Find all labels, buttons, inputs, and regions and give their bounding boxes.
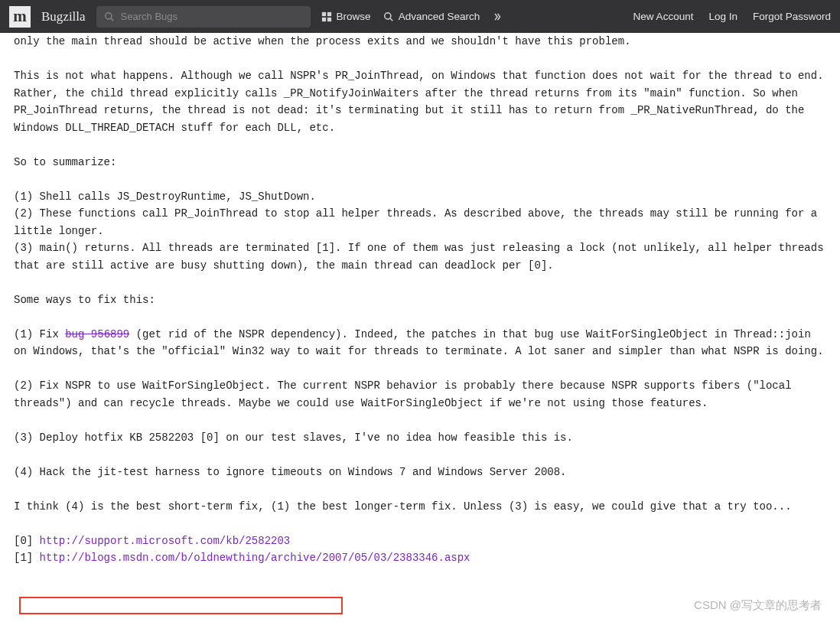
svg-rect-4 (321, 17, 325, 21)
comment-text: This is not what happens. Although we ca… (14, 70, 830, 134)
search-plus-icon (383, 11, 394, 22)
mozilla-logo[interactable]: m (9, 6, 31, 28)
bug-link-956899[interactable]: bug 956899 (65, 328, 129, 340)
comment-text: Some ways to fix this: (14, 294, 155, 306)
svg-rect-2 (321, 11, 325, 15)
comment-text: (4) Hack the jit-test harness to ignore … (14, 466, 567, 478)
comment-text: So to summarize: (14, 156, 116, 168)
app-header: m Bugzilla Browse Advanced Search New Ac… (0, 0, 840, 33)
forgot-password-link[interactable]: Forgot Password (753, 11, 831, 22)
comment-text: (3) main() returns. All threads are term… (14, 242, 830, 272)
watermark: CSDN @写文章的思考者 (694, 598, 822, 613)
comment-text: only the main thread should be active wh… (14, 35, 631, 47)
comment-body: only the main thread should be active wh… (0, 33, 840, 567)
nav-items: Browse Advanced Search (321, 11, 503, 22)
reference-link-0[interactable]: http://support.microsoft.com/kb/2582203 (40, 535, 291, 547)
comment-text: (1) Fix (14, 328, 65, 340)
nav-advanced-label: Advanced Search (399, 11, 480, 22)
annotation-highlight-box (19, 597, 343, 614)
nav-advanced-search[interactable]: Advanced Search (383, 11, 480, 22)
comment-text: (get rid of the NSPR dependency). Indeed… (14, 328, 824, 358)
svg-line-7 (390, 18, 392, 21)
comment-text: [1] (14, 552, 40, 564)
auth-links: New Account Log In Forgot Password (633, 11, 831, 22)
svg-point-0 (105, 12, 111, 18)
comment-text: [0] (14, 535, 40, 547)
search-input[interactable] (121, 11, 303, 22)
comment-text: (3) Deploy hotfix KB 2582203 [0] on our … (14, 431, 573, 444)
svg-point-6 (384, 12, 390, 18)
comment-text: (2) These functions call PR_JoinThread t… (14, 207, 824, 237)
svg-rect-3 (327, 11, 330, 15)
chevron-double-right-icon (492, 11, 503, 22)
search-box[interactable] (96, 6, 311, 28)
comment-text: (1) Shell calls JS_DestroyRuntime, JS_Sh… (14, 191, 316, 203)
svg-line-1 (111, 18, 113, 21)
svg-rect-5 (327, 17, 330, 21)
nav-browse[interactable]: Browse (321, 11, 371, 22)
new-account-link[interactable]: New Account (633, 11, 694, 22)
login-link[interactable]: Log In (708, 11, 737, 22)
comment-text: (2) Fix NSPR to use WaitForSingleObject.… (14, 379, 798, 409)
reference-link-1[interactable]: http://blogs.msdn.com/b/oldnewthing/arch… (40, 552, 470, 564)
search-icon (104, 11, 115, 22)
nav-more[interactable] (492, 11, 503, 22)
comment-text: I think (4) is the best short-term fix, … (14, 500, 792, 513)
brand-label[interactable]: Bugzilla (41, 9, 86, 24)
grid-icon (321, 11, 332, 22)
nav-browse-label: Browse (337, 11, 371, 22)
